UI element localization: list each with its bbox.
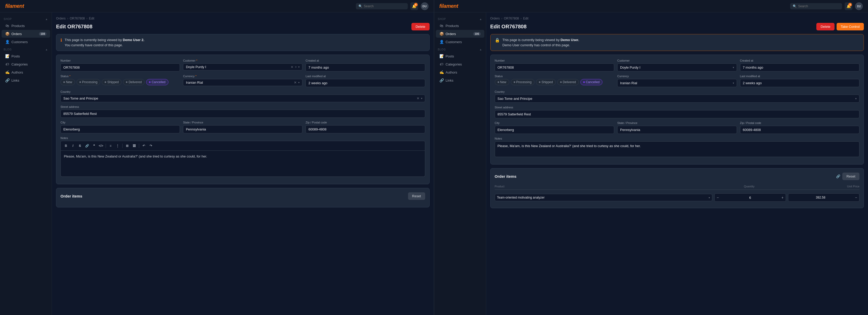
form-group-zip-left: Zip / Postal code bbox=[306, 121, 425, 133]
notes-editor-left[interactable]: Please, Ma'am, is this New Zealand or Au… bbox=[60, 151, 425, 177]
alert-banner-right: 🔒 This page is currently being viewed by… bbox=[490, 34, 864, 51]
product-select-right[interactable]: Team-oriented motivating analyzer ▾ bbox=[495, 194, 713, 201]
dot-processing-right bbox=[514, 81, 515, 83]
sidebar-shop-section-left[interactable]: Shop ▲ bbox=[0, 16, 52, 22]
form-group-customer-left: Customer * Doyle Purdy I ✕ + ▾ bbox=[183, 59, 302, 71]
status-shipped-label-right: Shipped bbox=[541, 80, 553, 84]
street-input-left[interactable] bbox=[60, 110, 425, 118]
sidebar-item-categories-left[interactable]: 🏷 Categories bbox=[2, 60, 50, 68]
search-input-left[interactable] bbox=[364, 4, 405, 8]
sidebar-item-orders-left[interactable]: 📦 Orders 108 bbox=[2, 30, 50, 38]
notes-label-right: Notes bbox=[495, 137, 860, 140]
sidebar-categories-label-left: Categories bbox=[11, 62, 28, 66]
form-row-country-right: Country Sao Tome and Principe ▾ bbox=[495, 90, 860, 103]
redo-btn-left[interactable]: ↷ bbox=[148, 143, 154, 149]
quote-btn-left[interactable]: ❝ bbox=[91, 143, 97, 149]
number-input-left[interactable] bbox=[60, 63, 180, 71]
reset-button-left[interactable]: Reset bbox=[408, 192, 425, 200]
customer-add-left[interactable]: + bbox=[295, 65, 297, 69]
form-group-currency-right: Currency Iranian Rial ▾ bbox=[617, 75, 737, 87]
search-icon-left: 🔍 bbox=[359, 4, 362, 8]
delete-button-left[interactable]: Delete bbox=[411, 23, 430, 30]
code-btn-left[interactable]: </> bbox=[98, 143, 104, 149]
qty-minus-right[interactable]: − bbox=[715, 194, 721, 201]
breadcrumb-sep2-left: › bbox=[87, 17, 88, 20]
dot-delivered-right bbox=[560, 81, 562, 83]
qty-plus-right[interactable]: + bbox=[779, 194, 786, 201]
link-btn-left[interactable]: 🔗 bbox=[84, 143, 90, 149]
currency-label-right: Currency bbox=[617, 75, 737, 78]
image-btn-left[interactable]: 🖼 bbox=[131, 143, 137, 149]
breadcrumb-orders-left[interactable]: Orders bbox=[56, 17, 66, 20]
status-processing-right[interactable]: Processing bbox=[511, 79, 534, 85]
strike-btn-left[interactable]: S bbox=[77, 143, 83, 149]
currency-clear-btn-left[interactable]: ✕ bbox=[294, 81, 297, 84]
ol-btn-left[interactable]: ⋮ bbox=[115, 143, 121, 149]
status-shipped-left[interactable]: Shipped bbox=[102, 79, 122, 85]
breadcrumb-or-left[interactable]: OR767808 bbox=[70, 17, 85, 20]
undo-btn-left[interactable]: ↶ bbox=[141, 143, 147, 149]
number-value-right: OR767808 bbox=[495, 63, 614, 71]
search-input-right[interactable] bbox=[798, 4, 839, 8]
price-minus-right[interactable]: − bbox=[853, 194, 859, 201]
city-input-left[interactable] bbox=[60, 125, 180, 133]
status-processing-left[interactable]: Processing bbox=[76, 79, 100, 85]
sidebar-item-products-left[interactable]: 🛍 Products bbox=[2, 22, 50, 30]
sidebar-item-customers-right[interactable]: 👤 Customers bbox=[436, 38, 484, 46]
status-label-right: Status bbox=[495, 75, 614, 78]
sidebar-item-links-left[interactable]: 🔗 Links bbox=[2, 77, 50, 84]
sidebar-item-authors-left[interactable]: ✍ Authors bbox=[2, 68, 50, 76]
sidebar-shop-section-right[interactable]: Shop ▲ bbox=[434, 16, 486, 22]
status-new-left[interactable]: New bbox=[60, 79, 75, 85]
order-link-icon-right[interactable]: 🔗 bbox=[836, 174, 840, 178]
order-items-header-right: Order items 🔗 Reset bbox=[495, 173, 860, 180]
customer-select-left[interactable]: Doyle Purdy I ✕ + ▾ bbox=[183, 63, 302, 70]
shop-collapse-icon-left: ▲ bbox=[45, 18, 48, 21]
sidebar-item-orders-right[interactable]: 📦 Orders 106 bbox=[436, 30, 484, 38]
sidebar-orders-label-right: Orders bbox=[446, 32, 456, 36]
customer-clear-left[interactable]: ✕ bbox=[291, 65, 293, 69]
shop-label-left: Shop bbox=[4, 18, 12, 21]
sidebar-blog-section-left[interactable]: Blog ▲ bbox=[0, 46, 52, 52]
sidebar-blog-section-right[interactable]: Blog ▲ bbox=[434, 46, 486, 52]
form-group-state-right: State / Province Pennsylvania bbox=[617, 121, 737, 134]
country-clear-left[interactable]: ✕ bbox=[416, 96, 420, 100]
take-control-button-right[interactable]: Take Control bbox=[837, 23, 864, 30]
status-new-right[interactable]: New bbox=[495, 79, 509, 85]
status-cancelled-right[interactable]: Cancelled bbox=[580, 79, 602, 85]
sidebar-item-posts-right[interactable]: 📝 Posts bbox=[436, 52, 484, 60]
status-delivered-right[interactable]: Delivered bbox=[557, 79, 579, 85]
status-delivered-label-right: Delivered bbox=[563, 80, 576, 84]
sidebar-item-posts-left[interactable]: 📝 Posts bbox=[2, 52, 50, 60]
qty-stepper-right: − 6 + bbox=[714, 193, 786, 202]
street-label-right: Street address bbox=[495, 106, 860, 109]
status-cancelled-left[interactable]: Cancelled bbox=[146, 79, 168, 85]
search-bar-left[interactable]: 🔍 bbox=[356, 3, 408, 9]
status-delivered-left[interactable]: Delivered bbox=[123, 79, 145, 85]
reset-button-right[interactable]: Reset bbox=[842, 173, 860, 180]
currency-value-right: Iranian Rial ▾ bbox=[617, 79, 737, 87]
country-select-left[interactable]: Sao Tome and Principe ✕ ▾ bbox=[60, 95, 425, 102]
notification-button-right[interactable]: 🔔 4 bbox=[845, 2, 852, 10]
zip-input-left[interactable] bbox=[306, 125, 425, 133]
sidebar-item-products-right[interactable]: 🛍 Products bbox=[436, 22, 484, 30]
city-label-left: City bbox=[60, 121, 180, 124]
breadcrumb-or-right[interactable]: OR767808 bbox=[504, 17, 519, 20]
notification-button-left[interactable]: 🔔 4 bbox=[410, 2, 418, 10]
sidebar-item-links-right[interactable]: 🔗 Links bbox=[436, 77, 484, 84]
state-input-left[interactable] bbox=[183, 125, 302, 133]
sidebar-item-customers-left[interactable]: 👤 Customers bbox=[2, 38, 50, 46]
sidebar-item-categories-right[interactable]: 🏷 Categories bbox=[436, 60, 484, 68]
table-btn-left[interactable]: ⊞ bbox=[124, 143, 130, 149]
breadcrumb-orders-right[interactable]: Orders bbox=[490, 17, 500, 20]
search-bar-right[interactable]: 🔍 bbox=[790, 3, 842, 9]
bold-btn-left[interactable]: B bbox=[63, 143, 69, 149]
italic-btn-left[interactable]: I bbox=[70, 143, 76, 149]
currency-select-left[interactable]: Iranian Rial ✕ ▾ bbox=[183, 79, 302, 86]
ul-btn-left[interactable]: ≡ bbox=[107, 143, 114, 149]
page-title-right: Edit OR767808 bbox=[490, 24, 527, 30]
sidebar-item-authors-right[interactable]: ✍ Authors bbox=[436, 68, 484, 76]
delete-button-right[interactable]: Delete bbox=[816, 23, 835, 30]
form-group-country-left: Country Sao Tome and Principe ✕ ▾ bbox=[60, 90, 425, 102]
status-shipped-right[interactable]: Shipped bbox=[536, 79, 556, 85]
